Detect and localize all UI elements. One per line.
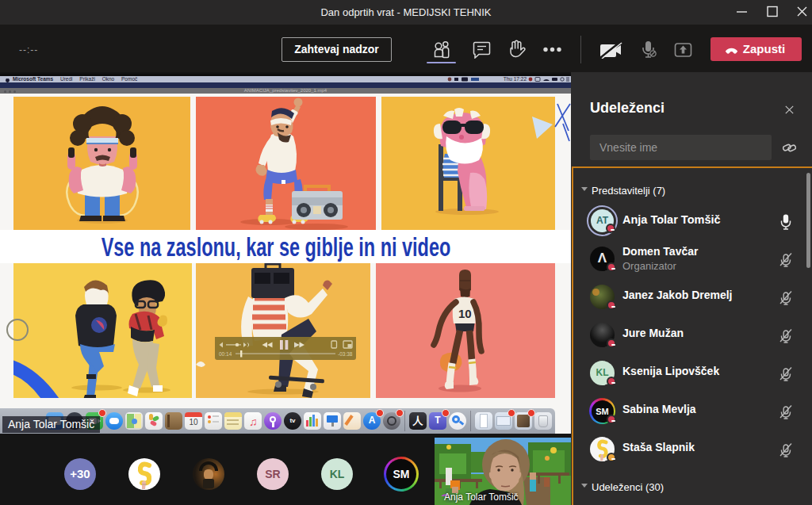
svg-text:-03:38: -03:38 bbox=[338, 351, 353, 357]
svg-text:10: 10 bbox=[458, 307, 472, 320]
svg-text:00:14: 00:14 bbox=[219, 351, 232, 357]
